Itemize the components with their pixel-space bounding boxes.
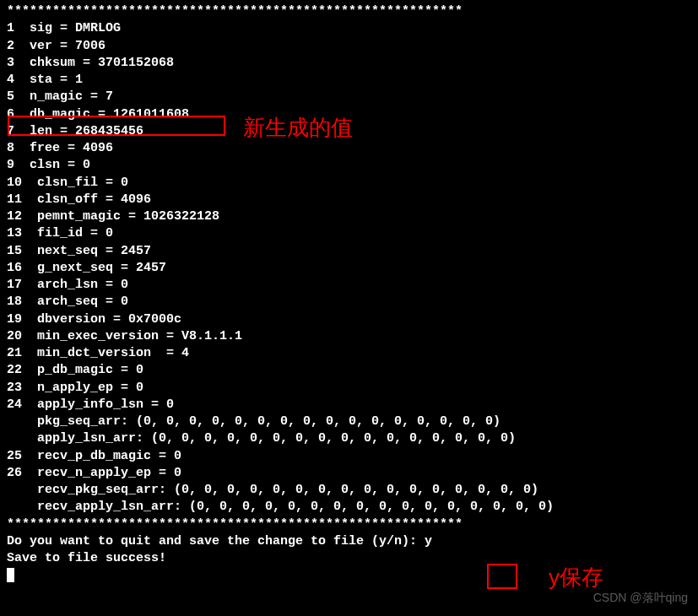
output-line: 22 p_db_magic = 0 <box>7 362 691 379</box>
output-line: 26 recv_n_apply_ep = 0 <box>7 465 691 482</box>
output-line: 19 dbversion = 0x7000c <box>7 311 691 328</box>
output-line: 16 g_next_seq = 2457 <box>7 260 691 277</box>
output-line: 3 chksum = 3701152068 <box>7 55 691 72</box>
output-line: 15 next_seq = 2457 <box>7 243 691 260</box>
prompt-line[interactable]: Do you want to quit and save the change … <box>7 533 691 550</box>
output-line: 11 clsn_off = 4096 <box>7 192 691 208</box>
output-line: 12 pemnt_magic = 1026322128 <box>7 208 691 225</box>
output-line: apply_lsn_arr: (0, 0, 0, 0, 0, 0, 0, 0, … <box>7 430 691 447</box>
separator-top: ****************************************… <box>7 3 691 20</box>
output-line: 10 clsn_fil = 0 <box>7 175 691 192</box>
output-line: pkg_seq_arr: (0, 0, 0, 0, 0, 0, 0, 0, 0,… <box>7 413 691 430</box>
output-line: recv_apply_lsn_arr: (0, 0, 0, 0, 0, 0, 0… <box>7 499 691 516</box>
output-line: 23 n_apply_ep = 0 <box>7 380 691 397</box>
prompt-question: Do you want to quit and save the change … <box>7 534 425 548</box>
output-line: 18 arch_seq = 0 <box>7 294 691 311</box>
output-line: 4 sta = 1 <box>7 72 691 89</box>
output-line: 17 arch_lsn = 0 <box>7 277 691 294</box>
output-line: 5 n_magic = 7 <box>7 89 691 105</box>
output-line: 24 apply_info_lsn = 0 <box>7 397 691 413</box>
prompt-answer[interactable]: y <box>425 534 432 548</box>
output-line: 1 sig = DMRLOG <box>7 20 691 37</box>
watermark: CSDN @落叶qing <box>593 590 688 606</box>
output-line: recv_pkg_seq_arr: (0, 0, 0, 0, 0, 0, 0, … <box>7 482 691 499</box>
output-line: 13 fil_id = 0 <box>7 225 691 242</box>
output-line: 20 min_exec_version = V8.1.1.1 <box>7 328 691 345</box>
output-line: 25 recv_p_db_magic = 0 <box>7 448 691 465</box>
annotation-save: y保存 <box>549 563 603 592</box>
cursor-icon <box>7 568 14 582</box>
output-line: 9 clsn = 0 <box>7 157 691 174</box>
output-line: 21 min_dct_version = 4 <box>7 345 691 362</box>
annotation-new-value: 新生成的值 <box>243 113 353 143</box>
output-line: 2 ver = 7006 <box>7 38 691 55</box>
separator-bottom: ****************************************… <box>7 516 691 533</box>
